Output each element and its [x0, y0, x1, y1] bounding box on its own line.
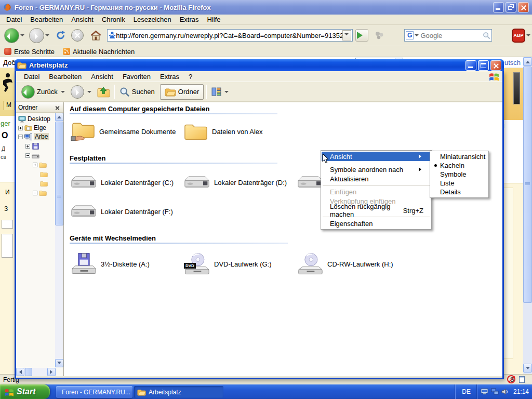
explorer-minimize-button[interactable] — [466, 60, 476, 71]
context-menu-item-ansicht[interactable]: Ansicht — [322, 152, 431, 161]
up-button[interactable] — [95, 85, 112, 99]
sidebar-hscrollbar[interactable] — [16, 368, 56, 376]
tree-item-folder-2[interactable] — [40, 170, 48, 178]
home-button[interactable] — [90, 30, 102, 41]
tile-drive-c[interactable]: Lokaler Datenträger (C:) — [71, 169, 181, 196]
search-input[interactable] — [420, 32, 482, 39]
context-menu-item-symbole-anordnen[interactable]: Symbole anordnen nach — [322, 165, 431, 174]
scroll-up-button[interactable] — [523, 57, 532, 66]
adblock-dropdown[interactable] — [526, 34, 530, 38]
go-button[interactable] — [355, 29, 368, 42]
views-button[interactable] — [209, 86, 232, 97]
firefox-menu-bearbeiten[interactable]: Bearbeiten — [26, 15, 67, 24]
explorer-menu-ansicht[interactable]: Ansicht — [86, 72, 118, 82]
tree-item-folder-3[interactable] — [40, 179, 48, 188]
taskbar-item-firefox[interactable]: Foren - GERMANY.RU... — [56, 386, 132, 398]
explorer-maximize-button[interactable] — [478, 60, 489, 71]
firefox-menu-datei[interactable]: Datei — [2, 15, 26, 24]
tile-gemeinsame-dokumente[interactable]: Gemeinsame Dokumente — [71, 118, 181, 145]
expand-plus-icon[interactable] — [25, 144, 30, 149]
network-icon[interactable] — [491, 388, 499, 395]
page-link-fragment[interactable]: ger — [1, 119, 10, 127]
search-engine-dropdown[interactable] — [415, 34, 419, 38]
tree-item-floppy[interactable] — [25, 142, 39, 150]
firefox-menu-ansicht[interactable]: Ansicht — [67, 15, 98, 24]
page-tab-fragment[interactable]: M — [3, 101, 15, 110]
firefox-restore-button[interactable] — [506, 2, 516, 12]
url-bar[interactable] — [107, 29, 352, 42]
explorer-close-button[interactable] — [490, 60, 501, 71]
tile-floppy-a[interactable]: 3½-Diskette (A:) — [71, 249, 181, 279]
explorer-menu-hilfe[interactable]: ? — [184, 72, 197, 82]
url-history-dropdown[interactable] — [342, 30, 351, 41]
search-bar[interactable]: G — [404, 29, 492, 42]
scrollbar-thumb[interactable] — [25, 368, 32, 376]
taskbar-item-arbeitsplatz[interactable]: Arbeitsplatz — [134, 386, 223, 398]
collapse-minus-icon[interactable] — [25, 153, 30, 158]
explorer-back-dropdown[interactable] — [61, 91, 65, 95]
tree-item-folder-4[interactable] — [33, 189, 47, 197]
sidebar-scrollbar[interactable] — [55, 113, 63, 367]
form-input-fragment-2[interactable] — [2, 234, 13, 258]
tile-dateien-von-alex[interactable]: Dateien von Alex — [184, 118, 294, 145]
bookmark-tool-icon[interactable] — [375, 31, 383, 40]
tile-cdrw-h[interactable]: CD-RW-Laufwerk (H:) — [297, 249, 407, 279]
forward-dropdown[interactable] — [45, 34, 49, 38]
submenu-item-kacheln[interactable]: Kacheln — [431, 161, 488, 170]
submenu-item-details[interactable]: Details — [431, 188, 488, 196]
volume-icon[interactable] — [501, 388, 509, 395]
submenu-item-miniaturansicht[interactable]: Miniaturansicht — [431, 152, 488, 161]
scrollbar-thumb[interactable] — [523, 66, 532, 303]
context-menu-item-eigenschaften[interactable]: Eigenschaften — [322, 219, 431, 228]
collapse-minus-icon[interactable] — [33, 191, 37, 195]
scroll-right-button[interactable] — [47, 368, 56, 376]
adblock-plus-icon[interactable]: ABP — [512, 29, 525, 43]
context-menu-item-aktualisieren[interactable]: Aktualisieren — [322, 174, 431, 183]
firefox-titlebar[interactable]: Foren - GERMANY.RU - Германия по-русски … — [0, 0, 532, 15]
stop-button[interactable] — [71, 29, 84, 42]
search-button[interactable]: Suchen — [117, 86, 157, 98]
scroll-up-button[interactable] — [55, 113, 63, 121]
scrollbar-thumb[interactable] — [55, 122, 63, 225]
explorer-back-button[interactable]: Zurück — [19, 84, 69, 100]
form-input-fragment[interactable] — [2, 220, 13, 229]
firefox-menu-chronik[interactable]: Chronik — [98, 15, 129, 24]
display-icon[interactable] — [481, 388, 488, 395]
tree-item-arbeitsplatz[interactable]: Arbe — [18, 132, 49, 141]
tile-drive-d[interactable]: Lokaler Datenträger (D:) — [184, 169, 294, 196]
scroll-down-button[interactable] — [523, 364, 532, 373]
bookmark-aktuelle-nachrichten[interactable]: Aktuelle Nachrichten — [63, 48, 135, 56]
submenu-item-symbole[interactable]: Symbole — [431, 170, 488, 179]
noscript-icon[interactable]: S — [508, 376, 516, 383]
explorer-menu-bearbeiten[interactable]: Bearbeiten — [44, 72, 86, 82]
back-dropdown[interactable] — [20, 34, 24, 38]
reload-button[interactable] — [55, 30, 66, 41]
tile-drive-f[interactable]: Lokaler Datenträger (F:) — [71, 198, 181, 225]
tile-dvd-g[interactable]: DVD DVD-Laufwerk (G:) — [184, 249, 294, 279]
expand-plus-icon[interactable] — [33, 163, 37, 167]
explorer-menu-extras[interactable]: Extras — [155, 72, 184, 82]
forward-button[interactable] — [29, 28, 44, 43]
scroll-left-button[interactable] — [16, 368, 24, 376]
language-indicator[interactable]: DE — [455, 384, 477, 399]
back-button[interactable] — [4, 28, 19, 43]
context-menu-item-loeschen-rueckgaengig[interactable]: Löschen rückgängig machen Strg+Z — [322, 206, 431, 215]
bookmark-erste-schritte[interactable]: Erste Schritte — [4, 48, 55, 56]
firefox-menu-hilfe[interactable]: Hilfe — [203, 15, 225, 24]
tree-item-folder-1[interactable] — [33, 161, 47, 169]
firefox-close-button[interactable] — [518, 2, 529, 12]
sidebar-close-icon[interactable] — [54, 103, 61, 111]
views-dropdown[interactable] — [224, 91, 229, 95]
search-icon[interactable] — [483, 32, 490, 39]
explorer-titlebar[interactable]: Arbeitsplatz — [15, 59, 504, 71]
explorer-menu-favoriten[interactable]: Favoriten — [118, 72, 155, 82]
explorer-forward-button[interactable] — [69, 84, 95, 100]
explorer-forward-dropdown[interactable] — [87, 91, 91, 95]
folders-button[interactable]: Ordner — [160, 84, 204, 100]
tree-item-eigene-dateien[interactable]: Eige — [18, 124, 46, 132]
tree-item-drive[interactable] — [25, 151, 39, 159]
collapse-minus-icon[interactable] — [18, 135, 23, 139]
firefox-menu-extras[interactable]: Extras — [176, 15, 203, 24]
start-button[interactable]: Start — [0, 384, 50, 399]
tree-item-desktop[interactable]: Desktop — [18, 115, 50, 123]
